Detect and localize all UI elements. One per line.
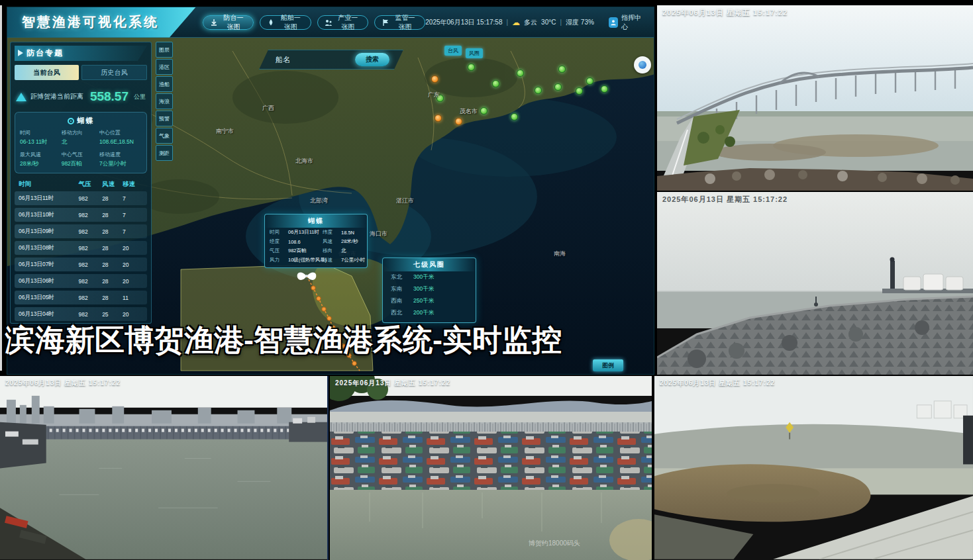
map-label: 北海市 [295, 157, 313, 165]
weather-condition: 多云 [524, 18, 537, 27]
user-icon [609, 17, 618, 28]
table-row[interactable]: 06月13日10时982287 [15, 208, 147, 222]
tool-weather[interactable]: 气象 [156, 128, 173, 144]
typhoon-icon [68, 118, 74, 124]
vessel-marker[interactable] [586, 77, 593, 85]
tool-vessels[interactable]: 渔船 [156, 76, 173, 92]
tab-history-typhoon[interactable]: 历史台风 [81, 65, 147, 80]
camera-feed-breakwater[interactable]: 2025年06月13日 星期五 15:17:22 [657, 192, 973, 375]
vessel-marker[interactable] [480, 107, 487, 115]
vessel-marker[interactable] [492, 80, 499, 87]
card-field: 中心位置108.6E,18.5N [99, 129, 142, 146]
vessel-marker[interactable] [511, 113, 518, 120]
map-chip-windcircle[interactable]: 风圈 [466, 48, 483, 58]
nav-typhoon-map[interactable]: 防台一张图 [203, 15, 254, 30]
bridge-scene [657, 5, 973, 191]
popup-label: 移速 [323, 257, 338, 263]
table-row[interactable]: 06月13日07时9822820 [15, 257, 147, 271]
nav-supervision-map[interactable]: 监管一张图 [374, 15, 425, 30]
table-row[interactable]: 06月13日06时9822820 [15, 274, 147, 288]
search-button[interactable]: 搜索 [355, 53, 389, 66]
nav-label: 监管一张图 [392, 13, 418, 32]
card-field: 中心气压982百帕 [62, 151, 97, 168]
popup-value: 300千米 [413, 285, 434, 293]
map-chip-typhoon[interactable]: 台风 [444, 46, 462, 56]
typhoon-popup: 蝴蝶 时间 06月13日11时 纬度 18.5N 经度 108.6 风速 28米… [264, 214, 368, 268]
nav-label: 船舶一张图 [278, 13, 303, 32]
vessel-marker[interactable] [535, 87, 542, 94]
camera-feed-shoreline[interactable]: 2025年06月13日 星期五 15:17:22 [653, 376, 973, 560]
header-status: 2025年06月13日 15:17:58 | ☁ 多云 30°C | 湿度 73… [425, 18, 594, 27]
main-nav: 防台一张图 船舶一张图 产业一张图 监管一张图 [203, 15, 425, 30]
table-row[interactable]: 06月13日09时982287 [15, 224, 147, 238]
map-label: 海口市 [370, 230, 387, 238]
divider: | [506, 19, 508, 26]
distance-label: 距博贺港当前距离 [30, 92, 86, 101]
wind-circle-popup: 七级风圈 东北300千米 东南300千米 西南250千米 西北200千米 [382, 257, 476, 323]
harbor-panorama-scene [0, 376, 327, 559]
camera-timestamp: 2025年06月13日 星期五 15:17:22 [662, 8, 788, 18]
tool-waves[interactable]: 海浪 [156, 93, 173, 109]
camera-watermark: 博贺约18000码头 [529, 539, 580, 548]
camera-feed-harbor-panorama[interactable]: 2025年06月13日 星期五 15:17:22 [0, 376, 329, 560]
table-header: 时间气压 风速移速 [15, 179, 147, 190]
screen: 广西 广东 南宁市 茂名市 北海市 湛江市 海口市 儋州市 北部湾 南海 台风 … [0, 0, 973, 560]
shoreline-scene [654, 376, 973, 559]
page-caption: 滨海新区博贺渔港-智慧渔港系统-实时监控 [5, 320, 656, 360]
fleet-scene [330, 376, 652, 560]
legend-button[interactable]: 图例 [593, 359, 623, 371]
distance-unit: 公里 [134, 93, 146, 101]
table-row[interactable]: 06月13日04时9822520 [15, 307, 147, 321]
table-row[interactable]: 06月13日05时9822811 [15, 291, 147, 304]
popup-label: 西南 [391, 297, 408, 305]
map-label: 茂名市 [460, 107, 478, 116]
vessel-search-bar: 船名 搜索 [259, 50, 403, 70]
popup-label: 气压 [270, 248, 285, 254]
nav-industry-map[interactable]: 产业一张图 [317, 15, 368, 30]
search-field-label: 船名 [276, 55, 290, 65]
tool-layers[interactable]: 图层 [156, 42, 173, 58]
alert-marker[interactable] [431, 75, 438, 83]
table-row[interactable]: 06月13日08时9822820 [15, 241, 147, 255]
map-label: 北部湾 [310, 197, 328, 205]
alert-marker[interactable] [455, 118, 462, 125]
window-edge [0, 5, 2, 371]
typhoon-info-card: 蝴蝶 时间06-13 11时 移动方向北 中心位置108.6E,18.5N 最大… [15, 112, 147, 173]
vessel-marker[interactable] [558, 66, 566, 73]
distance-stat: 距博贺港当前距离 558.57 公里 [15, 85, 147, 108]
wind-popup-title: 七级风圈 [383, 258, 476, 271]
camera-feed-bridge[interactable]: 2025年06月13日 星期五 15:17:22 [657, 5, 973, 191]
vessel-marker[interactable] [554, 83, 562, 91]
popup-value: 200千米 [413, 309, 434, 317]
popup-value: 18.5N [341, 230, 362, 236]
vessel-marker[interactable] [601, 85, 608, 93]
popup-value: 250千米 [413, 297, 434, 305]
camera-timestamp: 2025年06月13日 星期五 15:17:22 [662, 195, 788, 205]
flag-icon [382, 19, 389, 26]
user-label: 指挥中心 [621, 13, 644, 32]
floating-widget[interactable] [634, 56, 651, 73]
alert-marker[interactable] [435, 115, 442, 122]
camera-feed-fleet[interactable]: 2025年06月13日 星期五 15:17:22 博贺约18000码头 [330, 376, 652, 560]
app-title: 智慧渔港可视化系统 [22, 13, 159, 31]
tool-measure[interactable]: 测距 [156, 145, 173, 161]
tool-warning[interactable]: 预警 [156, 111, 173, 126]
map-label: 广东 [428, 91, 440, 99]
download-icon [210, 19, 218, 26]
tool-port[interactable]: 港区 [156, 59, 173, 75]
vessel-marker[interactable] [517, 70, 524, 77]
search-input[interactable] [294, 55, 355, 64]
dashboard-header: 智慧渔港可视化系统 防台一张图 船舶一张图 产业一张图 [7, 7, 654, 38]
tab-current-typhoon[interactable]: 当前台风 [15, 65, 79, 80]
card-field: 移动方向北 [62, 129, 97, 146]
user-chip[interactable]: 指挥中心 [609, 13, 644, 32]
vessel-marker[interactable] [576, 87, 583, 95]
cloud-icon: ☁ [512, 18, 520, 27]
nav-label: 防台一张图 [221, 13, 246, 32]
table-row[interactable]: 06月13日11时982287 [15, 191, 147, 205]
vessel-marker[interactable] [468, 64, 475, 71]
map-label: 南海 [554, 250, 566, 258]
nav-vessel-map[interactable]: 船舶一张图 [260, 15, 311, 30]
weather-temperature: 30°C [541, 19, 556, 26]
popup-label: 时间 [270, 229, 285, 236]
